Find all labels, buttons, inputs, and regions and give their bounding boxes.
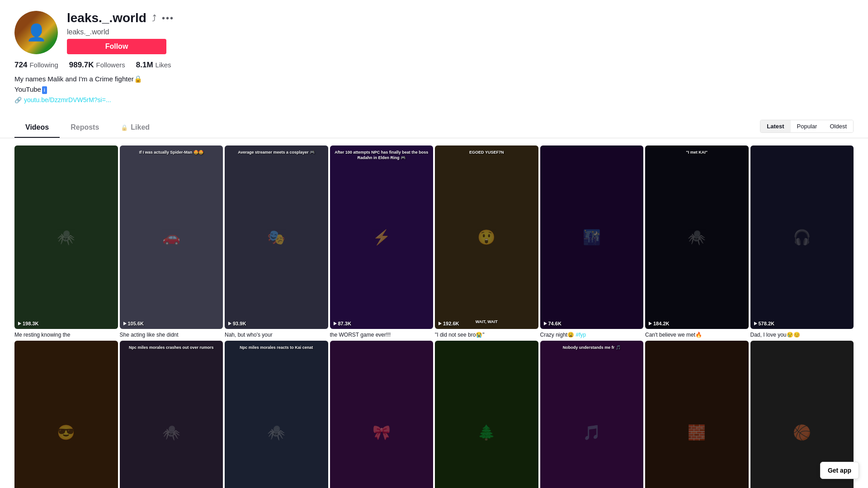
sort-popular-button[interactable]: Popular (791, 120, 824, 132)
thumb-inner: 😎 523.1K (14, 341, 118, 488)
video-item[interactable]: 🕷️ "I met KAI" 184.2K Can't believe we m… (645, 145, 749, 339)
link-text[interactable]: youtu.be/DzzmrDVW5rM?si=... (24, 96, 111, 103)
following-stat: 724 Following (14, 61, 58, 70)
more-options-icon[interactable]: ••• (162, 13, 174, 23)
play-count: 198.3K (18, 321, 38, 326)
videos-grid: 🕷️ 198.3K Me resting knowing the 🚗 If I … (0, 138, 868, 488)
video-thumbnail: 🎀 384.6K (330, 341, 434, 488)
thumb-inner: 🌃 74.6K (540, 145, 644, 329)
video-thumbnail: 🕷️ Npc miles morales reacts to Kai cenat… (225, 341, 328, 488)
avatar: 👤 (14, 11, 58, 54)
video-overlay-text: If I was actually Spider-Man 🤩🤩 (120, 149, 223, 156)
video-item[interactable]: 🕷️ Npc miles morales reacts to Kai cenat… (225, 341, 328, 488)
sort-latest-button[interactable]: Latest (760, 120, 790, 132)
thumb-inner: 🕷️ 198.3K (14, 145, 118, 329)
thumb-inner: 🌲 372.4K (435, 341, 538, 488)
share-icon[interactable]: ⤴ (152, 13, 156, 23)
followers-label: Followers (96, 61, 125, 69)
video-thumbnail: ⚡ After 100 attempts NPC has finally bea… (330, 145, 434, 329)
stats-row: 724 Following 989.7K Followers 8.1M Like… (14, 61, 854, 70)
play-icon (123, 322, 127, 325)
video-thumbnail: 😎 523.1K (14, 341, 118, 488)
sort-oldest-button[interactable]: Oldest (823, 120, 853, 132)
video-overlay-text: Nobody understands me fr 🎵 (540, 344, 644, 352)
play-count: 184.2K (649, 321, 669, 326)
play-count-value: 192.6K (443, 321, 459, 326)
video-thumbnail: 🎧 578.2K (750, 145, 854, 329)
video-item[interactable]: 🕷️ 198.3K Me resting knowing the (14, 145, 118, 339)
video-item[interactable]: 🌃 74.6K Crazy night😩 #fyp (540, 145, 644, 339)
tabs-section: Videos Reposts 🔒 Liked Latest Popular Ol… (0, 118, 868, 138)
thumb-inner: 🎵 Nobody understands me fr 🎵 1.4M (540, 341, 644, 488)
video-item[interactable]: 😲 EGOED YUSEF7NWAIT, WAIT 192.6K "I did … (435, 145, 538, 339)
likes-label: Likes (156, 61, 171, 69)
thumb-inner: 🧱 1.2M (645, 341, 749, 488)
tab-videos-label: Videos (25, 123, 49, 131)
bio-youtube: YouTube (14, 85, 41, 93)
video-item[interactable]: 🌲 372.4K @jessiusagiii How this (435, 341, 538, 488)
tab-reposts[interactable]: Reposts (60, 118, 110, 138)
username: leaks._.world (67, 11, 146, 25)
thumb-inner: 🕷️ Npc miles morales crashes out over ru… (120, 341, 223, 488)
bio: My names Malik and I'm a Crime fighter🔒 … (14, 74, 854, 94)
video-caption: Can't believe we met🔥 (645, 332, 749, 339)
video-item[interactable]: 😎 523.1K Let me do my neerrrdy (14, 341, 118, 488)
video-item[interactable]: 🎭 Average streamer meets a cosplayer 🎮 9… (225, 145, 328, 339)
likes-stat: 8.1M Likes (136, 61, 171, 70)
tab-liked[interactable]: 🔒 Liked (110, 118, 160, 138)
get-app-button[interactable]: Get app (820, 462, 859, 479)
lock-icon: 🔒 (121, 124, 128, 131)
video-overlay-text: Average streamer meets a cosplayer 🎮 (225, 149, 328, 156)
video-item[interactable]: ⚡ After 100 attempts NPC has finally bea… (330, 145, 434, 339)
profile-info: leaks._.world ⤴ ••• leaks._.world Follow (67, 11, 174, 54)
video-overlay-text: After 100 attempts NPC has finally beat … (330, 149, 434, 161)
play-count-value: 93.9K (233, 321, 246, 326)
thumb-inner: 🎧 578.2K (750, 145, 854, 329)
thumb-inner: 😲 EGOED YUSEF7NWAIT, WAIT 192.6K (435, 145, 538, 329)
play-count: 192.6K (439, 321, 459, 326)
play-count: 74.6K (544, 321, 561, 326)
followers-stat: 989.7K Followers (69, 61, 125, 70)
video-caption: She acting like she didnt (120, 332, 223, 339)
play-count-value: 578.2K (759, 321, 774, 326)
tab-reposts-label: Reposts (71, 123, 99, 131)
follow-button[interactable]: Follow (67, 39, 166, 54)
video-overlay-text: Npc miles morales crashes out over rumor… (120, 344, 223, 352)
video-item[interactable]: 🕷️ Npc miles morales crashes out over ru… (120, 341, 223, 488)
thumb-inner: 🕷️ Npc miles morales reacts to Kai cenat… (225, 341, 328, 488)
thumb-inner: 🚗 If I was actually Spider-Man 🤩🤩 105.6K (120, 145, 223, 329)
sort-buttons: Latest Popular Oldest (760, 120, 854, 133)
play-icon (334, 322, 337, 325)
play-count-value: 105.6K (128, 321, 144, 326)
video-thumbnail: 🌃 74.6K (540, 145, 644, 329)
thumb-inner: 🕷️ "I met KAI" 184.2K (645, 145, 749, 329)
tab-videos[interactable]: Videos (14, 118, 60, 138)
likes-count: 8.1M (136, 61, 153, 70)
play-count: 578.2K (754, 321, 774, 326)
play-icon (439, 322, 442, 325)
video-caption: "I did not see bro😭" (435, 332, 538, 339)
video-thumbnail: 🎭 Average streamer meets a cosplayer 🎮 9… (225, 145, 328, 329)
video-item[interactable]: 🧱 1.2M Who's tha biggest hater? (645, 341, 749, 488)
thumb-inner: ⚡ After 100 attempts NPC has finally bea… (330, 145, 434, 329)
link-icon: 🔗 (14, 97, 22, 103)
profile-section: 👤 leaks._.world ⤴ ••• leaks._.world Foll… (0, 0, 868, 111)
video-caption: Me resting knowing the (14, 332, 118, 339)
video-item[interactable]: 🎧 578.2K Dad, I love you😢😊 (750, 145, 854, 339)
user-handle: leaks._.world (67, 28, 174, 36)
thumb-inner: 🎀 384.6K (330, 341, 434, 488)
video-thumbnail: 🕷️ "I met KAI" 184.2K (645, 145, 749, 329)
video-item[interactable]: 🎵 Nobody understands me fr 🎵 1.4M This s… (540, 341, 644, 488)
video-item[interactable]: 🚗 If I was actually Spider-Man 🤩🤩 105.6K… (120, 145, 223, 339)
video-thumbnail: 🌲 372.4K (435, 341, 538, 488)
video-caption: Nah, but who's your (225, 332, 328, 339)
bio-line1: My names Malik and I'm a Crime fighter🔒 (14, 75, 142, 83)
video-overlay-text: Npc miles morales reacts to Kai cenat (225, 344, 328, 352)
video-overlay-text: EGOED YUSEF7N (435, 149, 538, 156)
play-count-value: 198.3K (23, 321, 38, 326)
video-item[interactable]: 🎀 384.6K I felt very uncomfortable (330, 341, 434, 488)
play-icon (649, 322, 652, 325)
video-thumbnail: 🚗 If I was actually Spider-Man 🤩🤩 105.6K (120, 145, 223, 329)
youtube-badge: i (42, 86, 47, 94)
profile-link[interactable]: 🔗 youtu.be/DzzmrDVW5rM?si=... (14, 96, 854, 103)
